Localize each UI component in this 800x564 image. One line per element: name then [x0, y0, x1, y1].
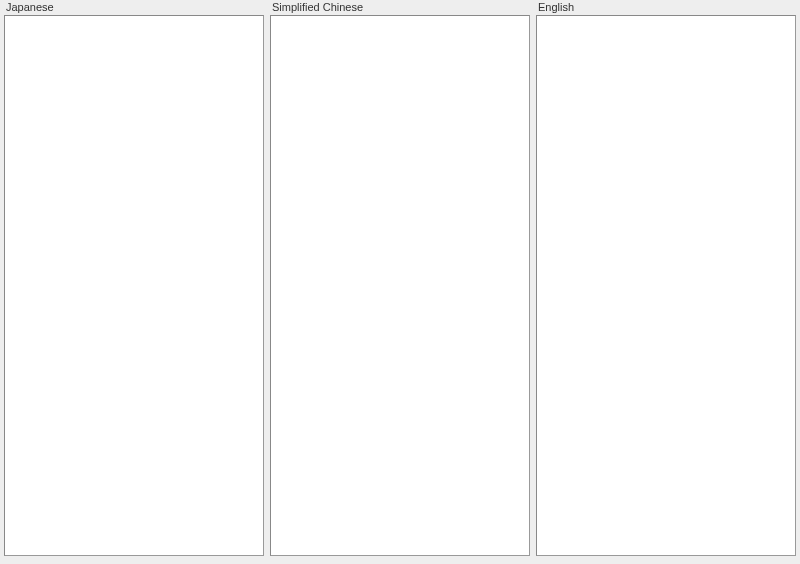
column-simplified-chinese: Simplified Chinese — [270, 0, 530, 556]
column-label-english: English — [536, 0, 796, 15]
textarea-japanese[interactable] — [4, 15, 264, 556]
column-japanese: Japanese — [4, 0, 264, 556]
column-label-simplified-chinese: Simplified Chinese — [270, 0, 530, 15]
textarea-english[interactable] — [536, 15, 796, 556]
textarea-simplified-chinese[interactable] — [270, 15, 530, 556]
column-label-japanese: Japanese — [4, 0, 264, 15]
column-english: English — [536, 0, 796, 556]
